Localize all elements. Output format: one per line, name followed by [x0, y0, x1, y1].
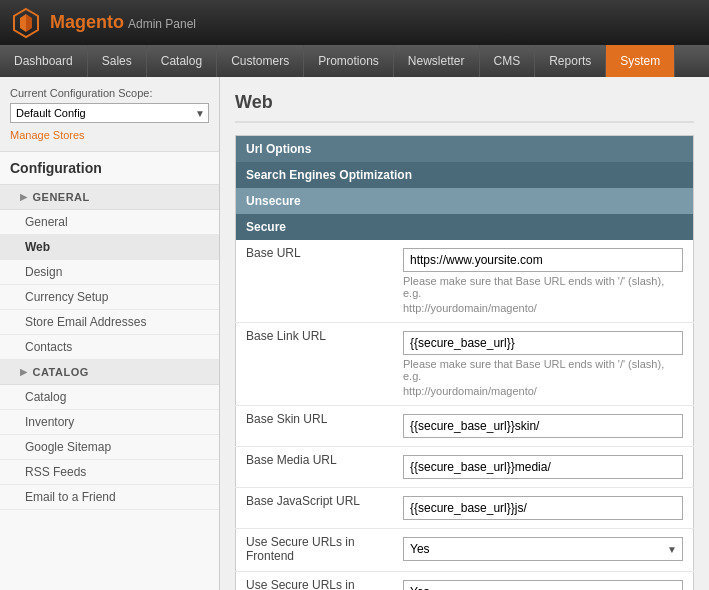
table-row: Base Media URL: [236, 447, 694, 488]
manage-stores-link[interactable]: Manage Stores: [10, 129, 209, 141]
sidebar: Current Configuration Scope: Default Con…: [0, 77, 220, 590]
table-row: Base JavaScript URL: [236, 488, 694, 529]
sidebar-item-web[interactable]: Web: [0, 235, 219, 260]
base-skin-url-cell: [393, 406, 694, 447]
sidebar-section-catalog[interactable]: ▶ CATALOG: [0, 360, 219, 385]
base-js-url-label: Base JavaScript URL: [236, 488, 394, 529]
main-content: Web Url Options Search Engines Optimizat…: [220, 77, 709, 590]
sidebar-item-email-friend[interactable]: Email to a Friend: [0, 485, 219, 510]
scope-select[interactable]: Default Config: [10, 103, 209, 123]
secure-frontend-label: Use Secure URLs in Frontend: [236, 529, 394, 572]
base-link-url-hint1: Please make sure that Base URL ends with…: [403, 358, 683, 382]
secure-frontend-cell: Yes No ▼: [393, 529, 694, 572]
seo-label: Search Engines Optimization: [236, 162, 694, 188]
page-title: Web: [235, 92, 694, 123]
table-row: Base URL Please make sure that Base URL …: [236, 240, 694, 323]
base-media-url-label: Base Media URL: [236, 447, 394, 488]
logo: Magento Admin Panel: [10, 7, 196, 39]
table-row: Use Secure URLs in Admin Yes No ▼: [236, 572, 694, 591]
svg-marker-2: [26, 14, 32, 32]
layout: Current Configuration Scope: Default Con…: [0, 77, 709, 590]
scope-label: Current Configuration Scope:: [10, 87, 209, 99]
secure-admin-cell: Yes No ▼: [393, 572, 694, 591]
base-js-url-input[interactable]: [403, 496, 683, 520]
unsecure-label: Unsecure: [236, 188, 694, 214]
url-options-label: Url Options: [236, 136, 694, 163]
secure-admin-select-wrap[interactable]: Yes No ▼: [403, 580, 683, 590]
magento-logo: [10, 7, 42, 39]
sidebar-item-currency-setup[interactable]: Currency Setup: [0, 285, 219, 310]
base-media-url-cell: [393, 447, 694, 488]
nav-promotions[interactable]: Promotions: [304, 45, 394, 77]
table-row: Base Skin URL: [236, 406, 694, 447]
section-unsecure: Unsecure: [236, 188, 694, 214]
base-link-url-label: Base Link URL: [236, 323, 394, 406]
secure-frontend-select[interactable]: Yes No: [403, 537, 683, 561]
scope-selector: Current Configuration Scope: Default Con…: [0, 77, 219, 152]
base-skin-url-label: Base Skin URL: [236, 406, 394, 447]
sidebar-item-google-sitemap[interactable]: Google Sitemap: [0, 435, 219, 460]
nav-system[interactable]: System: [606, 45, 675, 77]
nav-dashboard[interactable]: Dashboard: [0, 45, 88, 77]
secure-admin-select[interactable]: Yes No: [403, 580, 683, 590]
logo-subtitle: Admin Panel: [128, 17, 196, 31]
secure-label: Secure: [236, 214, 694, 240]
base-skin-url-input[interactable]: [403, 414, 683, 438]
logo-brand: Magento: [50, 12, 124, 33]
sidebar-section-general[interactable]: ▶ GENERAL: [0, 185, 219, 210]
nav-cms[interactable]: CMS: [480, 45, 536, 77]
base-media-url-input[interactable]: [403, 455, 683, 479]
sidebar-item-design[interactable]: Design: [0, 260, 219, 285]
base-url-label: Base URL: [236, 240, 394, 323]
base-url-cell: Please make sure that Base URL ends with…: [393, 240, 694, 323]
sidebar-item-catalog[interactable]: Catalog: [0, 385, 219, 410]
table-row: Use Secure URLs in Frontend Yes No ▼: [236, 529, 694, 572]
base-js-url-cell: [393, 488, 694, 529]
arrow-icon: ▶: [20, 192, 28, 202]
nav-reports[interactable]: Reports: [535, 45, 606, 77]
top-nav: Dashboard Sales Catalog Customers Promot…: [0, 45, 709, 77]
section-seo: Search Engines Optimization: [236, 162, 694, 188]
nav-customers[interactable]: Customers: [217, 45, 304, 77]
base-url-input[interactable]: [403, 248, 683, 272]
base-link-url-cell: Please make sure that Base URL ends with…: [393, 323, 694, 406]
base-url-hint2: http://yourdomain/magento/: [403, 302, 683, 314]
sidebar-item-rss-feeds[interactable]: RSS Feeds: [0, 460, 219, 485]
nav-newsletter[interactable]: Newsletter: [394, 45, 480, 77]
config-section-title: Configuration: [0, 152, 219, 185]
secure-admin-label: Use Secure URLs in Admin: [236, 572, 394, 591]
arrow-icon-catalog: ▶: [20, 367, 28, 377]
section-general-label: GENERAL: [33, 191, 90, 203]
section-secure: Secure: [236, 214, 694, 240]
table-row: Base Link URL Please make sure that Base…: [236, 323, 694, 406]
base-link-url-input[interactable]: [403, 331, 683, 355]
base-url-hint1: Please make sure that Base URL ends with…: [403, 275, 683, 299]
sidebar-item-inventory[interactable]: Inventory: [0, 410, 219, 435]
section-catalog-label: CATALOG: [33, 366, 89, 378]
sidebar-item-general[interactable]: General: [0, 210, 219, 235]
sidebar-item-store-email[interactable]: Store Email Addresses: [0, 310, 219, 335]
config-table: Url Options Search Engines Optimization …: [235, 135, 694, 590]
sidebar-item-contacts[interactable]: Contacts: [0, 335, 219, 360]
header: Magento Admin Panel: [0, 0, 709, 45]
logo-text-area: Magento Admin Panel: [50, 12, 196, 33]
nav-catalog[interactable]: Catalog: [147, 45, 217, 77]
base-link-url-hint2: http://yourdomain/magento/: [403, 385, 683, 397]
nav-sales[interactable]: Sales: [88, 45, 147, 77]
section-url-options: Url Options: [236, 136, 694, 163]
svg-marker-1: [20, 14, 26, 32]
scope-select-wrap[interactable]: Default Config ▼: [10, 103, 209, 123]
secure-frontend-select-wrap[interactable]: Yes No ▼: [403, 537, 683, 561]
